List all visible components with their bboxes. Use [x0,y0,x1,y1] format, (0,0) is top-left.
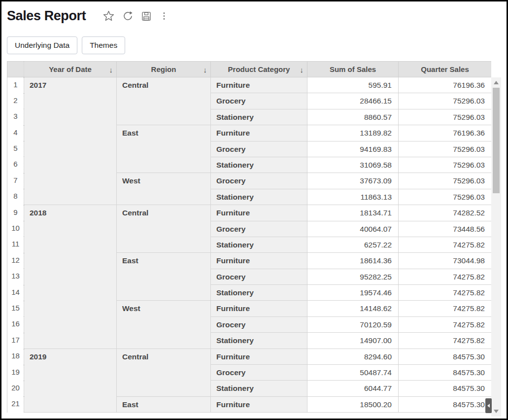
column-header-year-of-date[interactable]: Year of Date↓ [24,62,117,77]
quarter-sales-cell[interactable]: 75296.03 [399,189,492,205]
sum-of-sales-cell[interactable]: 40064.07 [307,221,399,237]
scroll-up-icon[interactable] [494,81,499,84]
region-cell[interactable]: Central [117,77,211,125]
sum-of-sales-cell[interactable]: 13189.82 [307,125,399,141]
column-header-sum-of-sales[interactable]: Sum of Sales [307,62,399,77]
scroll-down-icon[interactable] [494,410,499,413]
quarter-sales-cell[interactable]: 76196.36 [399,77,492,93]
region-cell[interactable]: West [117,301,211,349]
product-category-cell[interactable]: Stationery [211,381,307,396]
sum-of-sales-cell[interactable]: 8860.57 [307,109,399,125]
region-cell[interactable]: Central [117,349,211,396]
row-number: 3 [7,109,24,125]
quarter-sales-cell[interactable]: 84575.30 [399,396,492,412]
year-cell[interactable]: 2018 [24,205,117,349]
product-category-cell[interactable]: Grocery [211,269,307,284]
table-container: Year of Date↓Region↓Product Category↓Sum… [7,61,491,413]
quarter-sales-cell[interactable]: 84575.30 [399,349,492,364]
quarter-sales-cell[interactable]: 73044.98 [399,253,492,269]
sum-of-sales-cell[interactable]: 18614.36 [307,253,399,269]
product-category-cell[interactable]: Grocery [211,365,307,381]
sum-of-sales-cell[interactable]: 50487.74 [307,365,399,381]
product-category-cell[interactable]: Stationery [211,333,307,349]
quarter-sales-cell[interactable]: 74275.82 [399,237,492,252]
product-category-cell[interactable]: Furniture [211,396,307,412]
sum-of-sales-cell[interactable]: 31069.58 [307,157,399,173]
sum-of-sales-cell[interactable]: 19574.46 [307,285,399,301]
year-cell[interactable]: 2019 [24,349,117,413]
product-category-cell[interactable]: Stationery [211,285,307,301]
favorite-star-icon[interactable] [102,10,115,22]
sum-of-sales-cell[interactable]: 11863.13 [307,189,399,205]
sum-of-sales-cell[interactable]: 18500.20 [307,396,399,412]
quarter-sales-cell[interactable]: 84575.30 [399,381,492,396]
sort-desc-icon[interactable]: ↓ [109,65,113,73]
sort-desc-icon[interactable]: ↓ [203,65,207,73]
quarter-sales-cell[interactable]: 75296.03 [399,157,492,173]
quarter-sales-cell[interactable]: 75296.03 [399,93,492,109]
region-cell[interactable]: Central [117,205,211,253]
refresh-icon[interactable] [122,10,134,22]
quarter-sales-cell[interactable]: 74275.82 [399,316,492,332]
save-icon[interactable] [141,11,152,22]
vertical-scrollbar-thumb[interactable] [493,88,500,193]
titlebar: Sales Report [7,8,169,24]
sort-desc-icon[interactable]: ↓ [300,65,304,73]
quarter-sales-cell[interactable]: 74275.82 [399,301,492,316]
year-cell[interactable]: 2017 [24,77,117,205]
region-cell[interactable]: East [117,253,211,301]
region-cell[interactable]: East [117,396,211,412]
table-header: Year of Date↓Region↓Product Category↓Sum… [7,62,492,77]
product-category-cell[interactable]: Stationery [211,189,307,205]
sum-of-sales-cell[interactable]: 14148.62 [307,301,399,316]
product-category-cell[interactable]: Furniture [211,77,307,93]
sum-of-sales-cell[interactable]: 14907.00 [307,333,399,349]
sum-of-sales-cell[interactable]: 28466.15 [307,93,399,109]
product-category-cell[interactable]: Grocery [211,316,307,332]
quarter-sales-cell[interactable]: 75296.03 [399,141,492,157]
sum-of-sales-cell[interactable]: 18134.71 [307,205,399,221]
quarter-sales-cell[interactable]: 74282.52 [399,205,492,221]
sum-of-sales-cell[interactable]: 94169.83 [307,141,399,157]
quarter-sales-cell[interactable]: 76196.36 [399,125,492,141]
region-cell[interactable]: West [117,173,211,205]
sum-of-sales-cell[interactable]: 8294.60 [307,349,399,364]
column-header-product-category[interactable]: Product Category↓ [211,62,307,77]
sum-of-sales-cell[interactable]: 37673.09 [307,173,399,189]
column-header-quarter-sales[interactable]: Quarter Sales [399,62,492,77]
sum-of-sales-cell[interactable]: 595.91 [307,77,399,93]
product-category-cell[interactable]: Furniture [211,253,307,269]
quarter-sales-cell[interactable]: 74275.82 [399,269,492,284]
quarter-sales-cell[interactable]: 75296.03 [399,109,492,125]
underlying-data-button[interactable]: Underlying Data [7,36,77,54]
product-category-cell[interactable]: Grocery [211,173,307,189]
product-category-cell[interactable]: Grocery [211,141,307,157]
region-cell[interactable]: East [117,125,211,173]
sum-of-sales-cell[interactable]: 6044.77 [307,381,399,396]
product-category-cell[interactable]: Stationery [211,157,307,173]
product-category-cell[interactable]: Stationery [211,109,307,125]
row-number: 2 [7,93,24,109]
sales-table: Year of Date↓Region↓Product Category↓Sum… [7,61,491,413]
quarter-sales-cell[interactable]: 75296.03 [399,173,492,189]
product-category-cell[interactable]: Stationery [211,237,307,252]
sum-of-sales-cell[interactable]: 6257.22 [307,237,399,252]
quarter-sales-cell[interactable]: 74275.82 [399,285,492,301]
product-category-cell[interactable]: Furniture [211,349,307,364]
product-category-cell[interactable]: Grocery [211,93,307,109]
row-number: 1 [7,77,24,93]
quarter-sales-cell[interactable]: 84575.30 [399,365,492,381]
horizontal-scroll-handle[interactable] [485,398,492,413]
product-category-cell[interactable]: Furniture [211,301,307,316]
sum-of-sales-cell[interactable]: 70120.59 [307,316,399,332]
more-options-icon[interactable] [159,11,169,22]
themes-button[interactable]: Themes [82,36,125,54]
quarter-sales-cell[interactable]: 73448.56 [399,221,492,237]
vertical-scrollbar[interactable] [491,77,501,417]
product-category-cell[interactable]: Grocery [211,221,307,237]
product-category-cell[interactable]: Furniture [211,125,307,141]
product-category-cell[interactable]: Furniture [211,205,307,221]
sum-of-sales-cell[interactable]: 95282.25 [307,269,399,284]
column-header-region[interactable]: Region↓ [117,62,211,77]
quarter-sales-cell[interactable]: 74275.82 [399,333,492,349]
